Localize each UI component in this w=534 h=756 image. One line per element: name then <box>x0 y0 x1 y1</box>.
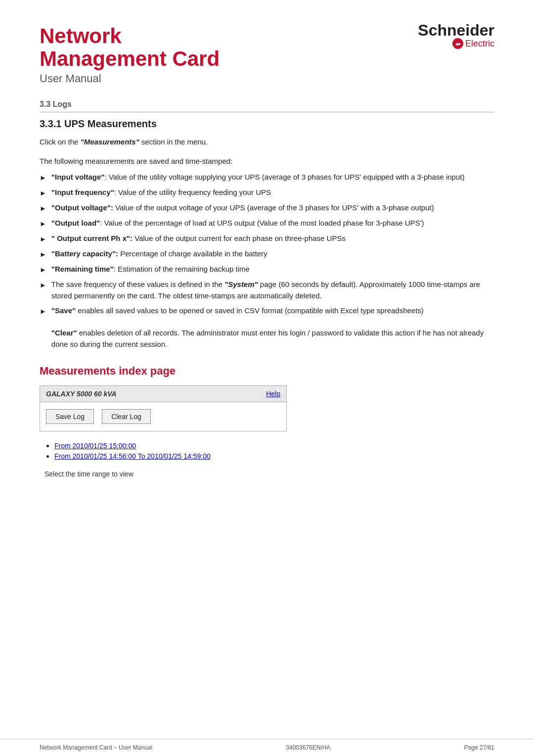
logo-sub: 𝓌 Electric <box>418 38 494 49</box>
bullet-text: "Output load": Value of the percentage o… <box>51 218 494 229</box>
logo: Schneider 𝓌 Electric <box>418 20 494 49</box>
list-item: ► "Input frequency": Value of the utilit… <box>40 187 494 198</box>
bullet-icon: ► <box>40 234 46 244</box>
intro-paragraph: Click on the "Measurements" section in t… <box>40 137 494 148</box>
section-number: 3.3 Logs <box>40 100 494 112</box>
bullet-icon: ► <box>40 280 46 290</box>
title-block: Network Management Card User Manual <box>40 25 220 85</box>
page-header: Network Management Card User Manual Schn… <box>40 20 494 85</box>
bullet-icon: ► <box>40 265 46 275</box>
bullet-text: The save frequency of these values is de… <box>51 279 494 301</box>
bullet-icon: ► <box>40 249 46 260</box>
bullet-text: "Battery capacity": Percentage of charge… <box>51 248 494 260</box>
ui-mockup-body: Save Log Clear Log <box>40 402 286 431</box>
help-link[interactable]: Help <box>266 390 280 398</box>
bullet-text: "Remaining time": Estimation of the rema… <box>51 264 494 275</box>
bullet-icon: ► <box>40 173 46 183</box>
footer-left: Network Management Card – User Manual <box>40 744 152 751</box>
bullet-list: ► "Input voltage": Value of the utility … <box>40 172 494 350</box>
title-line2: Management Card <box>40 47 220 70</box>
time-range-link-2[interactable]: From 2010/01/25 14:56:00 To 2010/01/25 1… <box>54 452 211 460</box>
bullet-text: "Input voltage": Value of the utility vo… <box>51 172 494 183</box>
list-item: ► " Output current Ph x": Value of the o… <box>40 233 494 244</box>
list-item: ► "Output load": Value of the percentage… <box>40 218 494 229</box>
select-range-text: Select the time range to view <box>40 470 494 478</box>
intro-text-suffix: section in the menu. <box>139 138 208 146</box>
list-item: ► "Output voltage": Value of the output … <box>40 202 494 214</box>
list-item: ► "Input voltage": Value of the utility … <box>40 172 494 183</box>
measurements-index-heading: Measurements index page <box>40 365 494 378</box>
page-footer: Network Management Card – User Manual 34… <box>0 739 534 756</box>
list-item: ► "Remaining time": Estimation of the re… <box>40 264 494 275</box>
intro-bold: "Measurements" <box>81 138 139 146</box>
device-name: GALAXY 5000 60 kVA <box>46 390 117 398</box>
footer-center: 34003676EN/HA <box>286 744 330 751</box>
bullet-text: "Output voltage": Value of the output vo… <box>51 202 494 214</box>
title-line1: Network <box>40 25 220 47</box>
intro-text-prefix: Click on the <box>40 138 81 146</box>
time-range-links-list: From 2010/01/25 15:00:00 From 2010/01/25… <box>40 441 494 460</box>
measurements-intro: The following measurements are saved and… <box>40 156 494 167</box>
bullet-icon: ► <box>40 203 46 214</box>
bullet-icon: ► <box>40 219 46 229</box>
logo-icon: 𝓌 <box>452 38 463 49</box>
logo-name: Schneider <box>418 22 494 38</box>
bullet-text: "Save" enables all saved values to be op… <box>51 305 494 350</box>
ui-mockup-header: GALAXY 5000 60 kVA Help <box>40 386 286 402</box>
list-item: ► "Battery capacity": Percentage of char… <box>40 248 494 260</box>
bullet-text: "Input frequency": Value of the utility … <box>51 187 494 198</box>
bullet-text: " Output current Ph x": Value of the out… <box>51 233 494 244</box>
ui-mockup: GALAXY 5000 60 kVA Help Save Log Clear L… <box>40 385 287 431</box>
list-item: ► "Save" enables all saved values to be … <box>40 305 494 350</box>
time-range-link-1[interactable]: From 2010/01/25 15:00:00 <box>54 442 136 450</box>
bullet-icon: ► <box>40 188 46 198</box>
subtitle: User Manual <box>40 72 220 85</box>
footer-right: Page 27/81 <box>464 744 494 751</box>
save-log-button[interactable]: Save Log <box>46 409 94 424</box>
list-item: From 2010/01/25 14:56:00 To 2010/01/25 1… <box>54 452 494 460</box>
list-item: From 2010/01/25 15:00:00 <box>54 441 494 450</box>
bullet-icon: ► <box>40 306 46 317</box>
list-item: ► The save frequency of these values is … <box>40 279 494 301</box>
section-sub-title: 3.3.1 UPS Measurements <box>40 118 494 130</box>
clear-log-button[interactable]: Clear Log <box>102 409 151 424</box>
